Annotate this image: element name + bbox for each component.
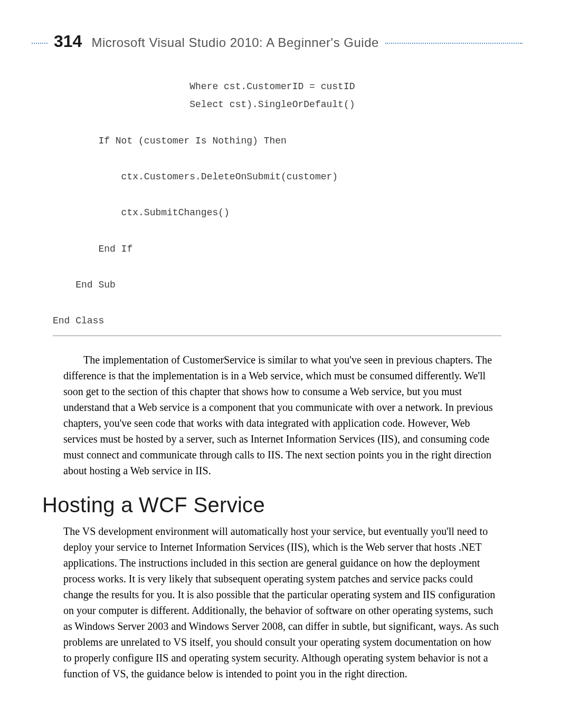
book-title: Microsoft Visual Studio 2010: A Beginner… xyxy=(91,35,378,50)
code-line: ctx.SubmitChanges() xyxy=(53,207,230,218)
code-line: End Sub xyxy=(53,280,116,290)
section-heading: Hosting a WCF Service xyxy=(42,493,522,517)
page-header: 314 Microsoft Visual Studio 2010: A Begi… xyxy=(32,32,522,51)
body-paragraph-1: The implementation of CustomerService is… xyxy=(63,352,501,478)
code-line: If Not (customer Is Nothing) Then xyxy=(53,136,287,146)
code-separator xyxy=(53,336,501,336)
code-line: End If xyxy=(53,244,132,254)
header-dotted-line-left xyxy=(32,43,48,44)
code-line: ctx.Customers.DeleteOnSubmit(customer) xyxy=(53,171,338,182)
code-line: Select cst).SingleOrDefault() xyxy=(53,99,355,110)
code-block: Where cst.CustomerID = custID Select cst… xyxy=(53,78,522,330)
header-dotted-line-right xyxy=(385,43,522,44)
code-line: End Class xyxy=(53,315,104,326)
page-number: 314 xyxy=(54,32,82,51)
code-line: Where cst.CustomerID = custID xyxy=(53,81,355,92)
body-paragraph-2: The VS development environment will auto… xyxy=(63,523,501,682)
